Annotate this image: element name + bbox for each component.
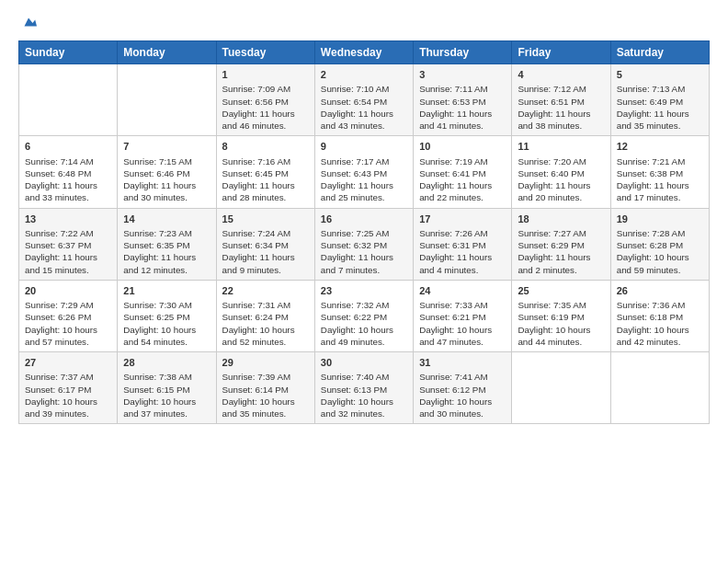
day-number: 23	[321, 284, 407, 298]
calendar-cell: 12Sunrise: 7:21 AMSunset: 6:38 PMDayligh…	[610, 136, 709, 208]
day-info: Sunrise: 7:37 AMSunset: 6:17 PMDaylight:…	[25, 371, 111, 419]
day-info: Sunrise: 7:16 AMSunset: 6:45 PMDaylight:…	[222, 155, 309, 204]
day-number: 17	[419, 213, 506, 226]
day-number: 2	[321, 68, 407, 82]
day-number: 4	[518, 68, 604, 82]
calendar-cell	[118, 64, 216, 136]
calendar-cell: 19Sunrise: 7:28 AMSunset: 6:28 PMDayligh…	[610, 208, 709, 280]
day-number: 12	[617, 140, 703, 154]
calendar-cell: 30Sunrise: 7:40 AMSunset: 6:13 PMDayligh…	[314, 352, 413, 424]
calendar-cell: 15Sunrise: 7:24 AMSunset: 6:34 PMDayligh…	[216, 208, 314, 280]
calendar-cell	[19, 64, 118, 136]
calendar-cell	[512, 352, 610, 424]
weekday-header-friday: Friday	[512, 41, 610, 64]
weekday-header-wednesday: Wednesday	[314, 41, 413, 64]
calendar-cell	[610, 352, 709, 424]
calendar-cell: 14Sunrise: 7:23 AMSunset: 6:35 PMDayligh…	[118, 208, 216, 280]
day-info: Sunrise: 7:41 AMSunset: 6:12 PMDaylight:…	[419, 371, 506, 419]
week-row-3: 13Sunrise: 7:22 AMSunset: 6:37 PMDayligh…	[19, 208, 710, 280]
logo-bird-icon	[20, 15, 37, 31]
calendar-cell: 28Sunrise: 7:38 AMSunset: 6:15 PMDayligh…	[118, 352, 216, 424]
day-number: 22	[222, 284, 309, 298]
day-number: 9	[321, 140, 407, 154]
calendar-cell: 13Sunrise: 7:22 AMSunset: 6:37 PMDayligh…	[19, 208, 118, 280]
day-info: Sunrise: 7:26 AMSunset: 6:31 PMDaylight:…	[419, 227, 506, 276]
day-number: 26	[617, 284, 703, 298]
day-number: 11	[518, 140, 604, 154]
day-number: 5	[617, 68, 703, 82]
day-info: Sunrise: 7:19 AMSunset: 6:41 PMDaylight:…	[419, 155, 506, 204]
day-number: 25	[518, 284, 604, 298]
svg-marker-0	[25, 18, 38, 27]
day-number: 28	[123, 356, 210, 370]
calendar-cell: 17Sunrise: 7:26 AMSunset: 6:31 PMDayligh…	[414, 208, 512, 280]
week-row-2: 6Sunrise: 7:14 AMSunset: 6:48 PMDaylight…	[19, 136, 710, 208]
calendar-cell: 26Sunrise: 7:36 AMSunset: 6:18 PMDayligh…	[610, 280, 709, 351]
day-info: Sunrise: 7:33 AMSunset: 6:21 PMDaylight:…	[419, 299, 506, 348]
day-number: 14	[123, 213, 210, 226]
day-info: Sunrise: 7:31 AMSunset: 6:24 PMDaylight:…	[222, 299, 309, 348]
day-number: 20	[25, 284, 111, 298]
day-info: Sunrise: 7:23 AMSunset: 6:35 PMDaylight:…	[123, 227, 210, 276]
calendar-cell: 23Sunrise: 7:32 AMSunset: 6:22 PMDayligh…	[314, 280, 413, 351]
week-row-5: 27Sunrise: 7:37 AMSunset: 6:17 PMDayligh…	[19, 352, 710, 424]
day-number: 31	[419, 356, 506, 370]
calendar-cell: 1Sunrise: 7:09 AMSunset: 6:56 PMDaylight…	[216, 64, 314, 136]
day-info: Sunrise: 7:13 AMSunset: 6:49 PMDaylight:…	[617, 83, 703, 132]
day-info: Sunrise: 7:10 AMSunset: 6:54 PMDaylight:…	[321, 83, 407, 132]
calendar-cell: 11Sunrise: 7:20 AMSunset: 6:40 PMDayligh…	[512, 136, 610, 208]
calendar-cell: 18Sunrise: 7:27 AMSunset: 6:29 PMDayligh…	[512, 208, 610, 280]
day-info: Sunrise: 7:09 AMSunset: 6:56 PMDaylight:…	[222, 83, 309, 132]
calendar-cell: 2Sunrise: 7:10 AMSunset: 6:54 PMDaylight…	[314, 64, 413, 136]
weekday-header-thursday: Thursday	[414, 41, 512, 64]
day-number: 16	[321, 213, 407, 226]
calendar-cell: 27Sunrise: 7:37 AMSunset: 6:17 PMDayligh…	[19, 352, 118, 424]
weekday-header-row: SundayMondayTuesdayWednesdayThursdayFrid…	[19, 41, 710, 64]
calendar-cell: 9Sunrise: 7:17 AMSunset: 6:43 PMDaylight…	[314, 136, 413, 208]
day-info: Sunrise: 7:39 AMSunset: 6:14 PMDaylight:…	[222, 371, 309, 419]
calendar-cell: 22Sunrise: 7:31 AMSunset: 6:24 PMDayligh…	[216, 280, 314, 351]
day-number: 1	[222, 68, 309, 82]
calendar-cell: 24Sunrise: 7:33 AMSunset: 6:21 PMDayligh…	[414, 280, 512, 351]
calendar-cell: 3Sunrise: 7:11 AMSunset: 6:53 PMDaylight…	[414, 64, 512, 136]
day-number: 6	[25, 140, 111, 154]
calendar-cell: 16Sunrise: 7:25 AMSunset: 6:32 PMDayligh…	[314, 208, 413, 280]
calendar-table: SundayMondayTuesdayWednesdayThursdayFrid…	[18, 40, 710, 424]
calendar-cell: 7Sunrise: 7:15 AMSunset: 6:46 PMDaylight…	[118, 136, 216, 208]
page: SundayMondayTuesdayWednesdayThursdayFrid…	[0, 0, 728, 563]
calendar-cell: 6Sunrise: 7:14 AMSunset: 6:48 PMDaylight…	[19, 136, 118, 208]
week-row-4: 20Sunrise: 7:29 AMSunset: 6:26 PMDayligh…	[19, 280, 710, 351]
day-info: Sunrise: 7:35 AMSunset: 6:19 PMDaylight:…	[518, 299, 604, 348]
calendar-cell: 5Sunrise: 7:13 AMSunset: 6:49 PMDaylight…	[610, 64, 709, 136]
day-number: 24	[419, 284, 506, 298]
day-info: Sunrise: 7:12 AMSunset: 6:51 PMDaylight:…	[518, 83, 604, 132]
day-info: Sunrise: 7:22 AMSunset: 6:37 PMDaylight:…	[25, 227, 111, 276]
day-info: Sunrise: 7:32 AMSunset: 6:22 PMDaylight:…	[321, 299, 407, 348]
calendar-cell: 10Sunrise: 7:19 AMSunset: 6:41 PMDayligh…	[414, 136, 512, 208]
day-number: 21	[123, 284, 210, 298]
calendar-cell: 29Sunrise: 7:39 AMSunset: 6:14 PMDayligh…	[216, 352, 314, 424]
day-number: 18	[518, 213, 604, 226]
day-info: Sunrise: 7:15 AMSunset: 6:46 PMDaylight:…	[123, 155, 210, 204]
day-number: 19	[617, 213, 703, 226]
calendar-cell: 4Sunrise: 7:12 AMSunset: 6:51 PMDaylight…	[512, 64, 610, 136]
day-info: Sunrise: 7:25 AMSunset: 6:32 PMDaylight:…	[321, 227, 407, 276]
weekday-header-sunday: Sunday	[19, 41, 118, 64]
day-number: 10	[419, 140, 506, 154]
day-info: Sunrise: 7:24 AMSunset: 6:34 PMDaylight:…	[222, 227, 309, 276]
day-info: Sunrise: 7:11 AMSunset: 6:53 PMDaylight:…	[419, 83, 506, 132]
calendar-cell: 20Sunrise: 7:29 AMSunset: 6:26 PMDayligh…	[19, 280, 118, 351]
day-info: Sunrise: 7:14 AMSunset: 6:48 PMDaylight:…	[25, 155, 111, 204]
day-number: 27	[25, 356, 111, 370]
weekday-header-monday: Monday	[118, 41, 216, 64]
day-info: Sunrise: 7:27 AMSunset: 6:29 PMDaylight:…	[518, 227, 604, 276]
day-number: 15	[222, 213, 309, 226]
week-row-1: 1Sunrise: 7:09 AMSunset: 6:56 PMDaylight…	[19, 64, 710, 136]
header	[18, 15, 710, 31]
day-info: Sunrise: 7:38 AMSunset: 6:15 PMDaylight:…	[123, 371, 210, 419]
calendar-cell: 25Sunrise: 7:35 AMSunset: 6:19 PMDayligh…	[512, 280, 610, 351]
weekday-header-saturday: Saturday	[610, 41, 709, 64]
day-info: Sunrise: 7:29 AMSunset: 6:26 PMDaylight:…	[25, 299, 111, 348]
day-info: Sunrise: 7:36 AMSunset: 6:18 PMDaylight:…	[617, 299, 703, 348]
day-info: Sunrise: 7:20 AMSunset: 6:40 PMDaylight:…	[518, 155, 604, 204]
